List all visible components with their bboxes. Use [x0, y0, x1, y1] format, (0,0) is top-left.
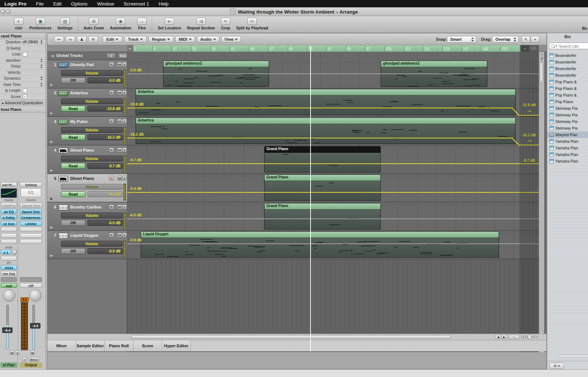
automation-mode-button[interactable]: Off — [61, 248, 85, 254]
automation-value[interactable]: -16.2 dB — [87, 134, 123, 140]
r-button[interactable]: R — [109, 204, 114, 209]
automation-line[interactable] — [127, 218, 539, 219]
toolbar-button-preferences[interactable]: ▣Preferences — [26, 18, 54, 30]
bin-item-bosendorfer[interactable]: Bosendorfer — [547, 72, 588, 79]
r-button[interactable]: R — [109, 90, 114, 95]
track-parameters-title[interactable]: host Piano — [0, 106, 46, 113]
automation-mode-read[interactable]: ead — [1, 283, 17, 288]
mute-button[interactable]: M — [30, 351, 35, 355]
menu-item-options[interactable]: Options — [71, 1, 87, 7]
automation-node[interactable] — [511, 137, 513, 139]
stepper-icon[interactable] — [40, 76, 43, 80]
param-row-gate-time[interactable]: Gate Time: — [0, 82, 46, 88]
s-button[interactable]: S — [122, 233, 127, 238]
bar-ruler[interactable]: ▸ 19172533414957657381899710511312112913… — [47, 45, 546, 52]
automation-line[interactable] — [127, 192, 539, 193]
insert-slot-limiter[interactable]: Limiter — [20, 221, 42, 226]
automation-param-button[interactable]: Volume — [61, 241, 123, 247]
tool-hide-tracks-icon[interactable]: H — [88, 36, 98, 43]
horizontal-scrollbar[interactable]: ◀ ▶ ∿ — [47, 334, 546, 340]
disclosure-triangle-icon[interactable]: ▶ — [52, 54, 54, 58]
region-antartica[interactable]: Antartica — [136, 117, 516, 144]
stepper-icon[interactable] — [40, 40, 43, 44]
m-button[interactable]: M — [117, 204, 122, 209]
r-button[interactable]: R — [109, 233, 114, 238]
toolbar-button-ctor[interactable]: ◐ctor — [11, 18, 26, 30]
m-button[interactable]: M — [117, 62, 122, 67]
param-row-q-swing[interactable]: Q-Swing: — [0, 46, 46, 52]
toolbar-bounce-partial[interactable]: Bo — [582, 26, 587, 30]
advanced-quantization-row[interactable]: ▸ Advanced Quantization — [0, 100, 46, 106]
track-header-my-pulse-3[interactable]: 3My PulseRMSVolumeRead-16.2 dB▶ — [47, 117, 127, 145]
mute-button[interactable]: M — [10, 351, 14, 355]
bin-scroll-pill[interactable] — [558, 355, 588, 358]
toolbar-button-repeat-section[interactable]: ⇉Repeat Section — [184, 18, 218, 30]
local-menu-audio[interactable]: Audio — [197, 36, 219, 43]
ruler-cycle-band[interactable]: 1917253341495765738189971051131211291371… — [133, 45, 520, 52]
tool-catch-icon[interactable]: ♟ — [77, 36, 87, 43]
param-row-score[interactable]: Score:✓ — [0, 94, 46, 100]
track-header-liquid-oxygen-7[interactable]: 7Liquid OxygenRMSVolumeOff-0.9 dB▶ — [47, 231, 127, 259]
automation-line[interactable] — [127, 138, 512, 138]
insert-slot-space-dsn[interactable]: Space Dsn — [20, 209, 42, 214]
stepper-icon[interactable] — [40, 83, 43, 87]
r-button[interactable]: R — [109, 148, 114, 152]
disclosure-triangle-icon[interactable]: ▶ — [50, 225, 53, 229]
m-button[interactable]: M — [117, 119, 122, 124]
region-grand-piano[interactable]: Grand Piano — [264, 174, 381, 201]
insert-slot-space-dsn[interactable]: Space Dsn — [20, 203, 42, 207]
instrument-slot-exs24[interactable]: XS24 — [1, 265, 17, 270]
global-tracks-row[interactable]: ▶ Global Tracks + +▭ — [47, 52, 127, 60]
automation-mode-button[interactable]: Read — [61, 106, 85, 112]
playhead[interactable] — [310, 46, 311, 352]
bin-search-field[interactable] — [549, 43, 588, 49]
gear-menu-button[interactable]: ⚙ ▾ — [549, 363, 564, 369]
channel-setting-button[interactable]: ost Pi… — [1, 182, 17, 187]
bin-item-bosendorfer[interactable]: Bosendorfer — [547, 59, 588, 65]
automation-value[interactable]: -9.4 dB — [87, 191, 123, 197]
automation-param-button[interactable]: Volume — [61, 184, 123, 190]
toolbar-button-crop[interactable]: ✂Crop — [218, 18, 233, 30]
automation-node[interactable] — [511, 107, 513, 109]
pan-knob[interactable] — [29, 289, 42, 302]
automation-node[interactable] — [128, 163, 129, 165]
track-lane-3[interactable]: Antartica-16.2 dB-16.2 dB-∞ — [127, 117, 539, 145]
vertical-scrollbar[interactable]: ♪ ▾ — [539, 52, 544, 352]
scroll-up-icon[interactable]: ▾ — [539, 57, 545, 61]
r-button[interactable]: R — [109, 62, 114, 67]
bin-item-yamaha-pian[interactable]: Yamaha Pian — [547, 151, 588, 158]
horizontal-zoom-slider[interactable] — [521, 336, 538, 338]
insert-slot-empty[interactable] — [20, 239, 42, 244]
add-track-button[interactable]: + — [106, 53, 116, 59]
disclosure-triangle-icon[interactable]: ▶ — [50, 111, 53, 115]
param-row-delay[interactable]: Delay: — [0, 64, 46, 70]
track-lane-7[interactable]: Liquid Oxygen-0.9 dB — [127, 231, 539, 259]
pointer-tool-button[interactable]: ↖ — [521, 36, 530, 43]
duplicate-track-button[interactable]: +▭ — [118, 53, 128, 59]
region-grand-piano[interactable]: Grand Piano — [264, 146, 381, 173]
toolbar-button-auto-zoom[interactable]: ⊞Auto Zoom — [81, 18, 107, 30]
disclosure-triangle-icon[interactable]: ▶ — [50, 140, 53, 144]
automation-line[interactable] — [127, 73, 539, 74]
pencil-tool-button[interactable]: + — [531, 36, 539, 43]
s-button[interactable]: S — [122, 176, 127, 181]
stepper-icon[interactable] — [40, 58, 43, 62]
pan-knob[interactable] — [3, 289, 15, 302]
bin-item-steinway-pia[interactable]: Steinway Pia — [547, 112, 588, 118]
insert-slot-e-delay[interactable]: e Delay — [1, 215, 17, 220]
volume-fader[interactable] — [6, 305, 9, 349]
automation-mode-button[interactable]: Read — [61, 163, 85, 169]
region-grand-piano[interactable]: Grand Piano — [264, 203, 381, 229]
track-header-ghost-piano-4[interactable]: 4Ghost PianoRMSVolumeRead-9.7 dB▶ — [47, 146, 127, 174]
automation-node[interactable] — [128, 107, 129, 109]
m-button[interactable]: M — [117, 90, 122, 95]
automation-node[interactable] — [128, 218, 129, 220]
scroll-left-button[interactable]: ◀ — [495, 335, 501, 339]
local-menu-view[interactable]: View — [221, 36, 241, 43]
param-row-quantize[interactable]: Quantize:off (3840) — [0, 39, 46, 46]
param-row-sposition[interactable]: sposition: — [0, 58, 46, 64]
track-header-ghost-piano-5[interactable]: 5Ghost PianoRMSVolumeRead-9.4 dB▶ — [47, 174, 127, 202]
track-header-breathy-carillon-6[interactable]: 6Breathy CarillonRMSVolumeOff-6.0 dB▶ — [47, 203, 127, 231]
menu-item-window[interactable]: Window — [97, 1, 114, 7]
m-button[interactable]: M — [117, 176, 122, 181]
